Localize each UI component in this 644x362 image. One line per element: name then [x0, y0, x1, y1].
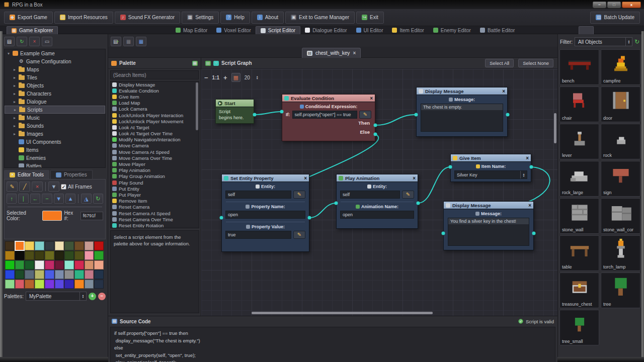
grid-snap-button[interactable]: ▦: [231, 73, 240, 82]
palette-item-move-camera-at-speed[interactable]: Move Camera At Speed: [111, 149, 199, 155]
item-name-select[interactable]: Silver Key ▲▼: [454, 170, 527, 179]
hex-input[interactable]: f6791f: [80, 212, 103, 220]
expander-icon[interactable]: ▸: [13, 92, 17, 96]
object-rock[interactable]: rock: [601, 124, 640, 159]
tab-map-editor[interactable]: Map Editor: [171, 26, 212, 34]
object-campfire[interactable]: campfire: [601, 49, 640, 85]
palette-color-swatch[interactable]: [94, 280, 104, 289]
palette-item-look-at-target[interactable]: Look At Target: [111, 124, 199, 130]
select-all-button[interactable]: Select All: [485, 59, 514, 67]
palette-color-swatch[interactable]: [94, 260, 104, 269]
palette-color-swatch[interactable]: [85, 270, 94, 279]
palette-color-swatch[interactable]: [5, 280, 15, 289]
property-value-input[interactable]: true: [225, 231, 291, 239]
close-tab-icon[interactable]: ×: [353, 50, 356, 56]
edit-property-value-button[interactable]: ✎: [293, 231, 305, 239]
palette-select[interactable]: MyPalette ▲▼: [26, 292, 87, 301]
palette-color-swatch[interactable]: [45, 241, 54, 250]
object-torch_lamp[interactable]: torch_lamp: [601, 235, 640, 271]
expander-icon[interactable]: ▸: [13, 132, 17, 136]
node-play-animation[interactable]: Play Animation × Entity: self ✎ Animatio…: [336, 174, 418, 229]
palette-item-move-camera[interactable]: Move Camera: [111, 143, 199, 149]
palette-item-lock-unlock-player-interaction[interactable]: Lock/Unlock Player Interaction: [111, 112, 199, 118]
palette-item-reset-camera-at-speed[interactable]: Reset Camera At Speed: [111, 210, 199, 216]
nudge-up-button[interactable]: ↑: [7, 194, 17, 204]
tree-item-sounds[interactable]: ▸Sounds: [5, 122, 105, 130]
tree-item-characters[interactable]: ▸Characters: [5, 89, 105, 98]
object-treasure_chest[interactable]: treasure_chest: [559, 273, 599, 308]
palette-color-swatch[interactable]: [25, 241, 34, 250]
object-lever[interactable]: lever: [559, 124, 599, 159]
palette-color-swatch[interactable]: [85, 251, 94, 260]
expander-icon[interactable]: ▸: [13, 116, 17, 120]
palette-color-swatch[interactable]: [94, 241, 104, 250]
graph-horizontal-scrollbar[interactable]: [252, 312, 433, 314]
maximize-button[interactable]: □: [607, 2, 621, 8]
palette-color-swatch[interactable]: [5, 270, 15, 279]
expander-icon[interactable]: ▸: [13, 100, 17, 104]
else-output[interactable]: Else: [282, 128, 375, 137]
menu-exit[interactable]: ↪Exit: [356, 12, 384, 24]
then-output[interactable]: Then: [282, 119, 375, 128]
edit-entity-button[interactable]: ✎: [402, 191, 414, 199]
palette-color-swatch[interactable]: [64, 241, 74, 250]
characters-tab-tab[interactable]: [595, 26, 610, 34]
palette-item-lock-unlock-player-movement[interactable]: Lock/Unlock Player Movement: [111, 118, 199, 124]
palette-color-swatch[interactable]: [74, 241, 84, 250]
object-door[interactable]: door: [601, 86, 640, 122]
tab-chest-with-key[interactable]: ▤ chest_with_key ×: [302, 48, 361, 58]
nudge-down-button[interactable]: ∣: [18, 194, 28, 204]
object-tree_small[interactable]: tree_small: [559, 310, 599, 345]
menu-help[interactable]: ?Help: [220, 12, 250, 24]
mirror-button[interactable]: ◮: [81, 194, 91, 204]
source-code-view[interactable]: if self.property["open"] == true then di…: [110, 327, 555, 362]
palette-color-swatch[interactable]: [25, 280, 34, 289]
palette-color-swatch[interactable]: [74, 280, 84, 289]
palette-color-swatch[interactable]: [45, 260, 54, 269]
menu-settings[interactable]: ▦Settings: [182, 12, 219, 24]
node-start[interactable]: ▶ Start Script begins here.: [215, 99, 254, 124]
palette-color-swatch[interactable]: [74, 251, 84, 260]
palette-item-put-player[interactable]: Put Player: [111, 192, 199, 198]
rotate-button[interactable]: ↻: [93, 194, 103, 204]
save-all-button[interactable]: ▦: [136, 37, 146, 46]
line-tool-button[interactable]: ╱: [19, 182, 30, 192]
palette-color-swatch[interactable]: [85, 280, 94, 289]
palette-item-move-camera-over-time[interactable]: Move Camera Over Time: [111, 155, 199, 161]
add-palette-button[interactable]: +: [89, 293, 96, 300]
delete-button[interactable]: ×: [29, 37, 40, 46]
refresh-button[interactable]: ↻: [17, 37, 27, 46]
edit-entity-button[interactable]: ✎: [293, 191, 305, 199]
tab-game-explorer[interactable]: ▦ Game Explorer: [7, 26, 58, 34]
palette-color-swatch[interactable]: [64, 251, 74, 260]
palette-item-move-player[interactable]: Move Player: [111, 161, 199, 167]
close-node-icon[interactable]: ×: [528, 203, 531, 208]
zoom-reset-button[interactable]: 1:1: [212, 75, 219, 80]
palette-color-swatch[interactable]: [35, 260, 44, 269]
paint-bucket-button[interactable]: ▼: [48, 182, 59, 192]
filter-select-spinner[interactable]: ▲▼: [625, 38, 632, 46]
palette-color-swatch[interactable]: [64, 260, 74, 269]
tree-item-tiles[interactable]: ▸Tiles: [5, 73, 105, 81]
palette-color-swatch[interactable]: [64, 270, 74, 279]
palette-item-evaluate-condition[interactable]: Evaluate Condition: [111, 87, 199, 94]
menu-import-resources[interactable]: ▥Import Resources: [54, 12, 113, 24]
tab-properties[interactable]: ▤ Properties: [50, 170, 93, 179]
palette-color-swatch[interactable]: [45, 270, 54, 279]
palette-color-swatch[interactable]: [45, 280, 54, 289]
tree-item-example-game[interactable]: ▾Example Game: [5, 49, 105, 57]
save-script-button[interactable]: ▦: [123, 37, 134, 46]
tree-item-objects[interactable]: ▸Objects: [5, 81, 105, 89]
palette-item-give-item[interactable]: Give Item: [111, 94, 199, 100]
node-display-message-1[interactable]: Display Message × Message: The chest is …: [416, 87, 508, 137]
new-item-button[interactable]: ▤: [4, 37, 15, 46]
palette-color-swatch[interactable]: [15, 241, 25, 250]
expander-icon[interactable]: ▾: [7, 51, 11, 56]
palette-item-look-at-target-over-time[interactable]: Look At Target Over Time: [111, 131, 199, 137]
palette-color-swatch[interactable]: [35, 270, 44, 279]
graph-vertical-scrollbar[interactable]: [554, 113, 556, 143]
palette-color-swatch[interactable]: [85, 260, 94, 269]
palette-color-swatch[interactable]: [25, 270, 34, 279]
entity-input[interactable]: self: [225, 191, 291, 199]
item-select-spinner[interactable]: ▲▼: [520, 171, 527, 178]
